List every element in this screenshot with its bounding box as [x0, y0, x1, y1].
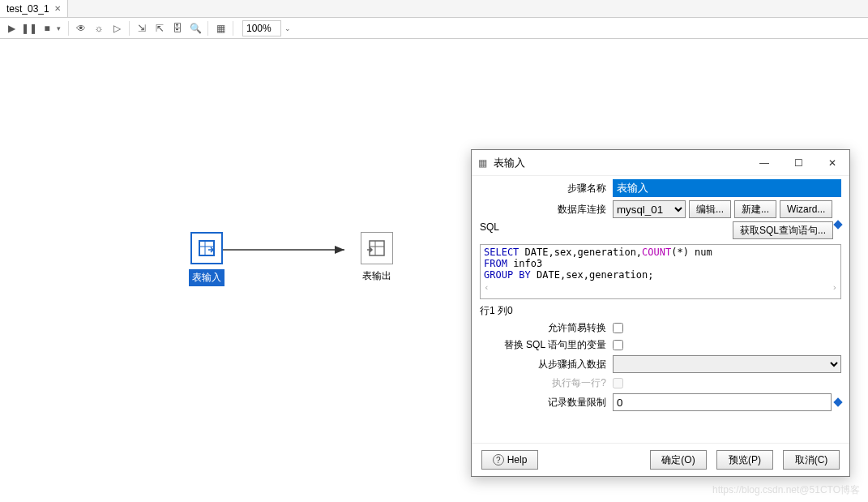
sql-header-row: SQL 获取SQL查询语句... [480, 221, 841, 239]
exec-each-row-row: 执行每一行? [480, 376, 841, 390]
replace-vars-row: 替换 SQL 语句里的变量 [480, 338, 841, 352]
sql-icon[interactable]: 🔍 [187, 20, 203, 36]
allow-lazy-checkbox[interactable] [613, 323, 623, 333]
replace-vars-label: 替换 SQL 语句里的变量 [480, 338, 609, 352]
edit-conn-button[interactable]: 编辑... [689, 200, 731, 218]
dialog-icon: ▦ [478, 157, 487, 169]
minimize-button[interactable]: — [754, 154, 775, 172]
insert-from-step-label: 从步骤插入数据 [480, 358, 609, 371]
ok-button[interactable]: 确定(O) [650, 450, 707, 470]
exec-each-row-checkbox [613, 378, 623, 388]
dialog-button-bar: ?Help 确定(O) 预览(P) 取消(C) [472, 443, 849, 476]
limit-label: 记录数量限制 [480, 396, 609, 410]
hop-arrow[interactable] [223, 242, 353, 258]
preview-icon[interactable]: 👁 [73, 20, 89, 36]
impact-icon[interactable]: ⇱ [152, 20, 168, 36]
step-name-input[interactable] [613, 179, 841, 197]
table-input-dialog: ▦ 表输入 — ☐ ✕ 步骤名称 数据库连接 mysql_01 编辑... 新建… [471, 149, 850, 477]
db-explorer-icon[interactable]: 🗄 [169, 20, 186, 36]
db-conn-row: 数据库连接 mysql_01 编辑... 新建... Wizard... [480, 200, 841, 218]
cursor-status: 行1 列0 [480, 304, 841, 318]
tab-title: test_03_1 [6, 3, 49, 15]
node-table-input[interactable]: 表输入 [182, 232, 231, 286]
node-input-label: 表输入 [189, 269, 224, 286]
wizard-button[interactable]: Wizard... [780, 200, 832, 218]
node-output-label: 表输出 [359, 268, 395, 283]
step-name-label: 步骤名称 [480, 182, 609, 195]
svg-rect-5 [370, 241, 384, 255]
toolbar: ▶ ❚❚ ■ ▾ 👁 ☼ ▷ ⇲ ⇱ 🗄 🔍 ▦ ⌄ [0, 18, 868, 39]
grid-icon[interactable]: ▦ [212, 20, 229, 36]
sql-label: SQL [480, 221, 499, 233]
check-icon[interactable]: ⇲ [134, 20, 150, 36]
limit-input[interactable] [613, 393, 832, 411]
limit-row: 记录数量限制 [480, 393, 841, 411]
allow-lazy-row: 允许简易转换 [480, 321, 841, 335]
close-button[interactable]: ✕ [822, 154, 843, 172]
table-output-icon [361, 232, 393, 264]
exec-each-row-label: 执行每一行? [480, 376, 609, 390]
sql-editor[interactable]: SELECT DATE,sex,generation,COUNT(*) num … [480, 244, 841, 299]
db-conn-label: 数据库连接 [480, 203, 609, 217]
zoom-control: ⌄ [242, 20, 294, 36]
allow-lazy-label: 允许简易转换 [480, 321, 609, 335]
diamond-icon [833, 397, 842, 406]
insert-from-step-row: 从步骤插入数据 [480, 355, 841, 373]
db-conn-select[interactable]: mysql_01 [613, 200, 686, 218]
maximize-button[interactable]: ☐ [788, 154, 809, 172]
dialog-titlebar[interactable]: ▦ 表输入 — ☐ ✕ [472, 150, 849, 176]
zoom-input[interactable] [242, 20, 281, 36]
get-sql-button[interactable]: 获取SQL查询语句... [733, 221, 833, 239]
new-conn-button[interactable]: 新建... [734, 200, 776, 218]
svg-marker-1 [335, 246, 344, 254]
transformation-canvas[interactable]: 表输入 表输出 ▦ 表输入 — ☐ ✕ 步骤名称 数据库连接 mysql_01 [0, 39, 868, 502]
step-name-row: 步骤名称 [480, 179, 841, 197]
preview-button[interactable]: 预览(P) [716, 450, 773, 470]
node-table-output[interactable]: 表输出 [353, 232, 401, 283]
run-button[interactable]: ▶ [3, 20, 19, 36]
replay-icon[interactable]: ▷ [109, 20, 125, 36]
pause-button[interactable]: ❚❚ [21, 20, 37, 36]
debug-icon[interactable]: ☼ [91, 20, 107, 36]
stop-dropdown-icon[interactable]: ▾ [57, 24, 61, 32]
watermark: https://blog.csdn.net@51CTO博客 [712, 483, 860, 497]
close-icon[interactable]: ✕ [54, 4, 61, 13]
stop-button[interactable]: ■ [39, 20, 55, 36]
help-button[interactable]: ?Help [481, 450, 538, 470]
dialog-body: 步骤名称 数据库连接 mysql_01 编辑... 新建... Wizard..… [472, 176, 849, 443]
tab-bar: test_03_1 ✕ [0, 0, 868, 18]
cancel-button[interactable]: 取消(C) [783, 450, 840, 470]
dialog-title: 表输入 [494, 156, 741, 170]
help-icon: ? [493, 454, 504, 466]
zoom-dropdown-icon[interactable]: ⌄ [284, 24, 291, 32]
scroll-right-icon[interactable]: › [832, 282, 837, 293]
table-input-icon [190, 232, 223, 264]
diamond-icon [833, 220, 842, 229]
replace-vars-checkbox[interactable] [613, 340, 623, 350]
editor-tab[interactable]: test_03_1 ✕ [0, 0, 68, 17]
insert-from-step-select[interactable] [613, 355, 841, 373]
scroll-left-icon[interactable]: ‹ [484, 282, 490, 293]
